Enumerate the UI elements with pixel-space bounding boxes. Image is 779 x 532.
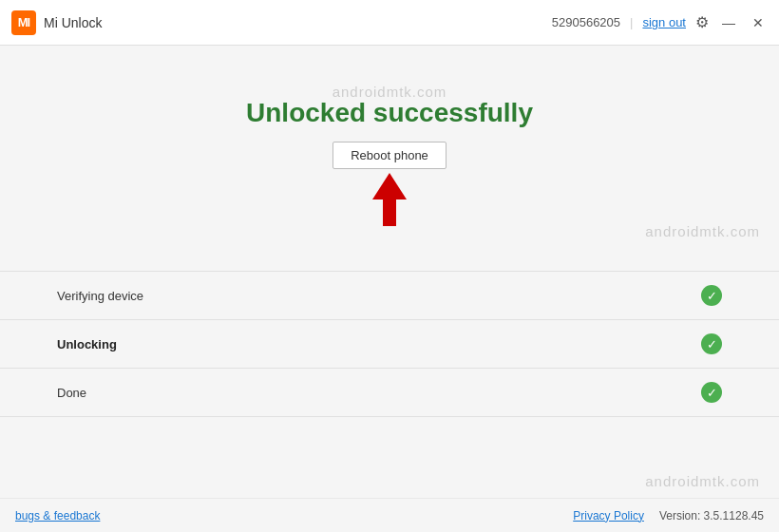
steps-section: Verifying device✓Unlocking✓Done✓ (0, 271, 779, 417)
check-icon: ✓ (701, 333, 722, 354)
sign-out-button[interactable]: sign out (642, 15, 686, 29)
privacy-policy-button[interactable]: Privacy Policy (573, 509, 644, 522)
success-title: Unlocked successfully (246, 98, 533, 128)
arrow-indicator (372, 173, 407, 226)
user-id: 5290566205 (552, 15, 620, 29)
watermark-3: androidmtk.com (645, 473, 760, 489)
titlebar-right: 5290566205 | sign out ⚙ — ✕ (552, 13, 768, 31)
reboot-phone-button[interactable]: Reboot phone (332, 142, 446, 169)
mi-logo: MI (11, 10, 36, 35)
check-icon: ✓ (701, 382, 722, 403)
version-text: Version: 3.5.1128.45 (659, 509, 764, 522)
arrow-shaft (383, 200, 396, 226)
arrow-up-icon (372, 173, 407, 200)
settings-icon[interactable]: ⚙ (695, 13, 709, 31)
step-label: Verifying device (57, 289, 143, 303)
footer-right: Privacy Policy Version: 3.5.1128.45 (573, 509, 764, 522)
step-item: Done✓ (0, 368, 779, 417)
footer: bugs & feedback Privacy Policy Version: … (0, 498, 779, 532)
pipe-divider: | (630, 15, 633, 29)
close-button[interactable]: ✕ (749, 15, 768, 30)
step-label: Done (57, 386, 86, 400)
check-icon: ✓ (701, 285, 722, 306)
mi-logo-text: MI (18, 15, 29, 29)
step-item: Unlocking✓ (0, 319, 779, 368)
bugs-feedback-button[interactable]: bugs & feedback (15, 509, 100, 522)
step-label: Unlocking (57, 337, 117, 352)
step-item: Verifying device✓ (0, 271, 779, 319)
main-content: androidmtk.com Unlocked successfully Reb… (0, 46, 779, 226)
app-title: Mi Unlock (44, 15, 102, 30)
titlebar: MI Mi Unlock 5290566205 | sign out ⚙ — ✕ (0, 0, 779, 46)
minimize-button[interactable]: — (718, 15, 739, 30)
